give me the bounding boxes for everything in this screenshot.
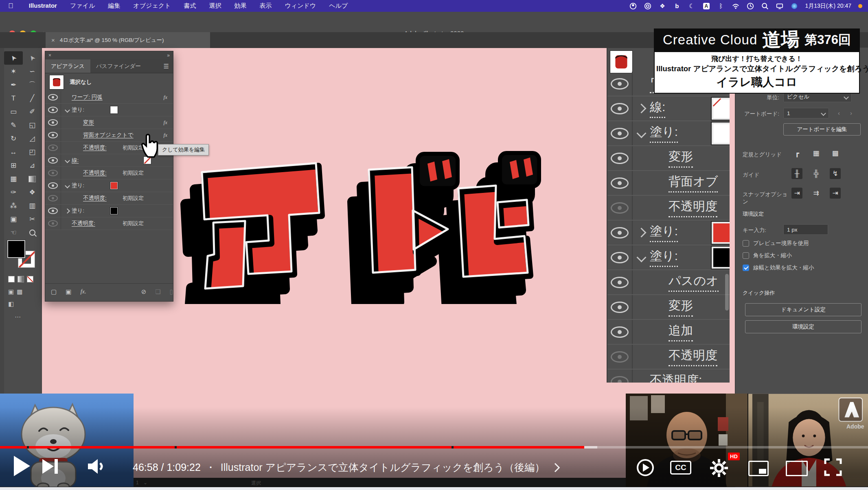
appearance-row-変形[interactable]: 変形fx	[45, 116, 173, 129]
input-source-icon[interactable]: A	[702, 2, 710, 10]
item-label[interactable]: 塗り:	[72, 207, 84, 214]
expand-down-icon[interactable]	[63, 159, 72, 162]
shaper-tool[interactable]: ✎	[4, 118, 23, 132]
clock-icon[interactable]	[746, 2, 754, 10]
menu-6[interactable]: 効果	[234, 2, 246, 9]
menu-5[interactable]: 選択	[209, 2, 221, 9]
more-tools-icon[interactable]: ⋯	[15, 313, 21, 321]
visibility-eye-icon[interactable]	[48, 170, 58, 176]
draw-normal-icon[interactable]: ▣	[8, 288, 14, 295]
rotate-tool[interactable]: ↻	[4, 132, 23, 145]
wifi-icon[interactable]	[732, 2, 739, 10]
keyboard-increment-input[interactable]: 1 px	[783, 224, 828, 235]
menu-2[interactable]: 編集	[108, 2, 120, 9]
menu-8[interactable]: ウィンドウ	[285, 2, 316, 9]
mesh-tool[interactable]: ▦	[4, 172, 23, 186]
autoplay-toggle[interactable]	[636, 458, 655, 477]
appearance-row-塗り:[interactable]: 塗り:	[45, 205, 173, 217]
chapter-chevron-icon[interactable]	[551, 463, 560, 472]
curvature-tool[interactable]: ⌒	[23, 78, 42, 92]
menu-7[interactable]: 表示	[259, 2, 272, 9]
item-label[interactable]: 不透明度:	[83, 195, 107, 202]
smart-guides-icon[interactable]: ↯	[830, 168, 841, 179]
magic-wand-tool[interactable]: ✶	[4, 65, 23, 78]
item-label[interactable]: 不透明度:	[83, 144, 107, 151]
obs-icon[interactable]	[629, 2, 637, 10]
new-fill-icon[interactable]: ▣	[66, 288, 71, 295]
fx-icon[interactable]: fx	[164, 132, 167, 138]
appearance-row-不透明度:[interactable]: 不透明度:初期設定	[45, 217, 173, 230]
panel-drag-bar[interactable]: × »	[45, 51, 173, 59]
appearance-row-塗り:[interactable]: 塗り:	[45, 179, 173, 192]
moon-icon[interactable]: ☾	[688, 2, 695, 10]
fullscreen-button[interactable]	[824, 458, 842, 476]
gradient-button[interactable]	[18, 276, 24, 282]
visibility-eye-icon[interactable]	[48, 195, 58, 201]
appearance-row-不透明度:[interactable]: 不透明度:初期設定	[45, 167, 173, 179]
tab-appearance[interactable]: アピアランス	[45, 59, 90, 73]
expand-right-icon[interactable]	[63, 209, 72, 213]
direct-selection-tool[interactable]: ➤	[23, 51, 42, 65]
checkbox-box[interactable]	[743, 265, 749, 271]
menu-1[interactable]: ファイル	[70, 2, 95, 9]
prev-artboard-icon[interactable]: ‹	[838, 109, 840, 116]
lasso-tool[interactable]: ∽	[23, 65, 42, 78]
paintbrush-tool[interactable]: ✐	[23, 105, 42, 118]
duplicate-item-icon[interactable]: ❏	[155, 288, 160, 295]
symbol-sprayer-tool[interactable]: ⁂	[4, 199, 23, 212]
new-stroke-icon[interactable]: ▢	[51, 288, 57, 295]
ruler-icon[interactable]: ┏	[791, 148, 802, 159]
document-setup-button[interactable]: ドキュメント設定	[745, 303, 861, 316]
appearance-row-ワープ: 円弧[interactable]: ワープ: 円弧fx	[45, 91, 173, 104]
scale-tool[interactable]: ◿	[23, 132, 42, 145]
none-button[interactable]	[27, 276, 33, 282]
fx-icon[interactable]: fx	[164, 94, 167, 101]
play-button[interactable]	[14, 456, 30, 476]
item-label[interactable]: 塗り:	[72, 106, 84, 114]
lock-guides-icon[interactable]: ╬	[811, 168, 822, 179]
red-swatch[interactable]	[110, 182, 118, 189]
spotlight-icon[interactable]	[761, 2, 769, 10]
item-label[interactable]: 線:	[72, 157, 79, 164]
shape-builder-tool[interactable]: ⊞	[4, 159, 23, 172]
add-effect-icon[interactable]: fx.	[80, 288, 86, 295]
visibility-eye-icon[interactable]	[48, 220, 58, 227]
tab-close-icon[interactable]: ×	[51, 37, 55, 44]
blend-tool[interactable]: ❖	[23, 186, 42, 199]
video-chapter-title[interactable]: Illustrator アピアランスで立体タイトルグラフィックを創ろう（後編）	[221, 461, 545, 474]
visibility-eye-icon[interactable]	[48, 208, 58, 214]
tab-pathfinder[interactable]: パスファインダー	[90, 59, 147, 73]
item-label[interactable]: 不透明度:	[72, 220, 95, 227]
panel-close-icon[interactable]: ×	[48, 52, 51, 58]
black-swatch[interactable]	[110, 207, 118, 214]
selection-tool[interactable]: ➤	[4, 51, 23, 65]
panel-collapse-icon[interactable]: »	[167, 52, 170, 58]
dropbox-icon[interactable]: ❖	[658, 2, 666, 10]
rectangle-tool[interactable]: ▭	[4, 105, 23, 118]
pen-tool[interactable]: ✒	[4, 78, 23, 92]
item-label[interactable]: 背面オブジェクトで	[83, 131, 134, 139]
item-label[interactable]: 塗り:	[72, 182, 84, 189]
eyedropper-tool[interactable]: ✑	[4, 186, 23, 199]
item-label[interactable]: 不透明度:	[83, 169, 107, 177]
delete-item-icon[interactable]: ▯	[170, 288, 173, 295]
visibility-eye-icon[interactable]	[48, 94, 58, 101]
eraser-tool[interactable]: ◱	[23, 118, 42, 132]
hand-tool[interactable]: ☜	[4, 226, 23, 239]
gradient-tool[interactable]	[23, 172, 42, 186]
checkbox-box[interactable]	[743, 240, 749, 247]
snap-to-point-icon[interactable]: ⇥	[791, 188, 802, 199]
visibility-eye-icon[interactable]	[48, 157, 58, 164]
menu-4[interactable]: 書式	[184, 2, 196, 9]
clear-appearance-icon[interactable]: ⊘	[141, 288, 147, 295]
siri-icon[interactable]	[790, 2, 798, 10]
creative-cloud-icon[interactable]	[644, 2, 651, 10]
apple-logo-icon[interactable]: 	[8, 2, 13, 10]
type-tool[interactable]: T	[4, 92, 23, 105]
menu-9[interactable]: ヘルプ	[329, 2, 348, 9]
menu-clock[interactable]: 1月13日(木) 20:47	[805, 2, 851, 10]
next-button[interactable]	[42, 458, 59, 475]
item-label[interactable]: ワープ: 円弧	[72, 94, 103, 101]
volume-button[interactable]	[88, 458, 107, 475]
slice-tool[interactable]: ✂	[23, 212, 42, 226]
